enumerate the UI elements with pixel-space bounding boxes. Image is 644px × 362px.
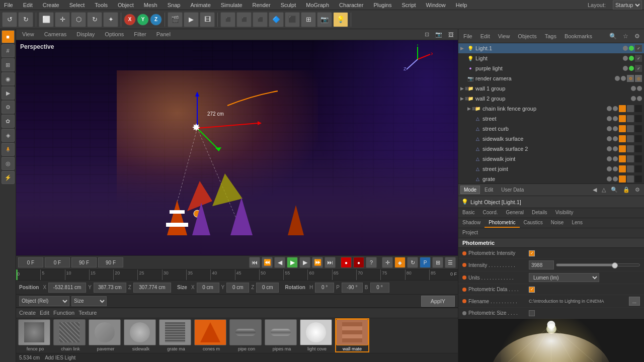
obj-row-swjoint[interactable]: △ sidewalk joint — [458, 154, 644, 164]
r-tab-bookmarks[interactable]: Bookmarks — [561, 32, 595, 40]
menu-help[interactable]: Help — [454, 2, 469, 8]
undo-btn[interactable]: ↺ — [2, 12, 17, 27]
tl-record-key-btn[interactable]: ● — [353, 257, 364, 268]
r-tab-file[interactable]: File — [460, 32, 475, 40]
select-tool-btn[interactable]: ⬜ — [39, 12, 54, 27]
mode-nav-left[interactable]: ◀ — [591, 187, 599, 193]
pos-z-input[interactable]: 307.774 cm — [133, 283, 171, 293]
menu-create[interactable]: Create — [41, 2, 61, 8]
vp-render-btn[interactable]: 🖼 — [446, 32, 456, 38]
size-y-input[interactable]: 0 cm — [226, 283, 249, 293]
vp-tab-view[interactable]: View — [18, 30, 38, 39]
obj-row-street[interactable]: △ street — [458, 114, 644, 124]
mat-texture-btn[interactable]: Texture — [78, 310, 97, 316]
apply-button[interactable]: ApplY — [421, 296, 455, 307]
timeline-track[interactable]: 0 5 10 15 20 25 30 35 40 45 50 55 60 65 … — [16, 269, 458, 281]
view-top-btn[interactable]: ⬛ — [220, 12, 235, 27]
left-tool-mograph[interactable]: ◈ — [2, 129, 15, 142]
mat-item-lightcov[interactable]: light cove — [300, 319, 334, 351]
mode-record-btn[interactable]: △ — [600, 187, 608, 193]
scale-tool-btn[interactable]: ⬡ — [71, 12, 86, 27]
left-tool-char[interactable]: 🧍 — [2, 143, 15, 156]
size-x-input[interactable]: 0 cm — [197, 283, 219, 293]
move-tool-btn[interactable]: ✛ — [55, 12, 70, 27]
tl-play-btn[interactable]: ▶ — [287, 257, 298, 268]
menu-edit[interactable]: Edit — [21, 2, 35, 8]
prop-tab-coord[interactable]: Coord. — [478, 208, 502, 218]
mat-item-sidewalk[interactable]: sidewalk — [124, 319, 158, 351]
y-axis-btn[interactable]: Y — [137, 14, 149, 26]
menu-object[interactable]: Object — [116, 2, 136, 8]
mode-btn-userdata[interactable]: User Data — [498, 186, 527, 194]
size-mode-select[interactable]: Size — [71, 296, 107, 306]
tl-move-btn[interactable]: ✛ — [382, 257, 393, 268]
r-bookmark-icon[interactable]: ☆ — [621, 33, 630, 40]
rotate-tool-btn[interactable]: ↻ — [87, 12, 102, 27]
left-tool-sculpt[interactable]: ✿ — [2, 115, 15, 128]
obj-row-curb[interactable]: △ street curb — [458, 124, 644, 134]
tl-skip-end-btn[interactable]: ⏭ — [325, 257, 336, 268]
vp-tab-filter[interactable]: Filter — [130, 30, 150, 39]
size-z-input[interactable]: 0 cm — [256, 283, 279, 293]
prop-tab-photometric[interactable]: Photometric — [485, 218, 519, 228]
menu-sculpt[interactable]: Sculpt — [279, 2, 298, 8]
obj-row-wall1[interactable]: ▶⊞ 📁 wall 1 group — [458, 83, 644, 94]
prop-tab-basic[interactable]: Basic — [458, 208, 478, 218]
mat-create-btn[interactable]: Create — [19, 310, 36, 316]
z-axis-btn[interactable]: Z — [150, 14, 162, 26]
mode-search-btn[interactable]: 🔍 — [609, 187, 620, 193]
filename-browse-btn[interactable]: ... — [629, 297, 640, 306]
left-tool-bp[interactable]: ⊞ — [2, 58, 15, 71]
mat-item-pipes[interactable]: pipes ma — [265, 319, 299, 351]
left-tool-motion[interactable]: ◉ — [2, 72, 15, 85]
menu-script[interactable]: Script — [399, 2, 418, 8]
menu-select[interactable]: Select — [67, 2, 87, 8]
frame-end2-input[interactable] — [98, 257, 123, 267]
vp-cam-btn[interactable]: 📷 — [433, 31, 444, 38]
prop-tab-shadow[interactable]: Shadow — [458, 218, 485, 228]
obj-row-chainlink[interactable]: ▶⊞ 📁 chain link fence group — [458, 104, 644, 114]
r-settings-icon[interactable]: ⚙ — [632, 33, 642, 40]
obj-row-light1[interactable]: ▶ 💡 Light.1 ✓ — [458, 43, 644, 53]
mat-function-btn[interactable]: Function — [53, 310, 74, 316]
prop-tab-lens[interactable]: Lens — [568, 218, 587, 228]
render-btn[interactable]: ▶ — [184, 12, 199, 27]
x-axis-btn[interactable]: X — [124, 14, 136, 26]
pos-y-input[interactable]: 387.73 cm — [94, 283, 126, 293]
tl-extra-btn[interactable]: ☰ — [445, 257, 456, 268]
mode-btn-mode[interactable]: Mode — [460, 186, 480, 194]
transform-tool-btn[interactable]: ✦ — [103, 12, 118, 27]
prop-tab-caustics[interactable]: Caustics — [520, 218, 547, 228]
vp-tab-cameras[interactable]: Cameras — [40, 30, 71, 39]
obj-row-grate[interactable]: △ grate — [458, 174, 644, 184]
mat-item-chain[interactable]: chain link — [53, 319, 88, 351]
menu-snap[interactable]: Snap — [166, 2, 183, 8]
mode-settings-btn[interactable]: ⚙ — [633, 187, 642, 193]
mat-item-pave[interactable]: pavemer — [89, 319, 123, 351]
r-tab-objects[interactable]: Objects — [515, 32, 539, 40]
tl-prev-frame-btn[interactable]: ◀ — [274, 257, 285, 268]
left-tool-sim[interactable]: ⚙ — [2, 101, 15, 114]
left-tool-uv[interactable]: # — [2, 44, 15, 57]
tl-next-frame-btn[interactable]: ▶ — [299, 257, 310, 268]
menu-animate[interactable]: Animate — [188, 2, 212, 8]
mat-item-pipe[interactable]: pipe con — [229, 319, 264, 351]
mat-item-fence[interactable]: fence po — [18, 319, 52, 351]
photometric-data-checkbox[interactable]: ✓ — [529, 287, 535, 293]
menu-window[interactable]: Window — [424, 2, 448, 8]
rot-h-input[interactable]: 0 ° — [315, 283, 334, 293]
menu-mesh[interactable]: Mesh — [142, 2, 159, 8]
units-dropdown[interactable]: Lumen (lm) Candela Lux — [529, 273, 599, 282]
tl-keyframe-btn[interactable]: ◆ — [394, 257, 406, 268]
obj-row-wall2[interactable]: ▶⊞ 📁 wall 2 group — [458, 94, 644, 104]
view-mode-btn[interactable]: ⬛ — [285, 12, 300, 27]
redo-btn[interactable]: ↻ — [18, 12, 33, 27]
rot-b-input[interactable]: 0 ° — [370, 283, 389, 293]
prop-tab-visibility[interactable]: Visibility — [551, 208, 578, 218]
left-tool-extra[interactable]: ⚡ — [2, 171, 15, 184]
pos-x-input[interactable]: -532.811 cm — [48, 283, 86, 293]
view-front-btn[interactable]: ⬛ — [236, 12, 252, 27]
mat-item-grate[interactable]: grate ma — [159, 319, 193, 351]
r-search-icon[interactable]: 🔍 — [607, 33, 619, 40]
mode-btn-edit[interactable]: Edit — [481, 186, 497, 194]
